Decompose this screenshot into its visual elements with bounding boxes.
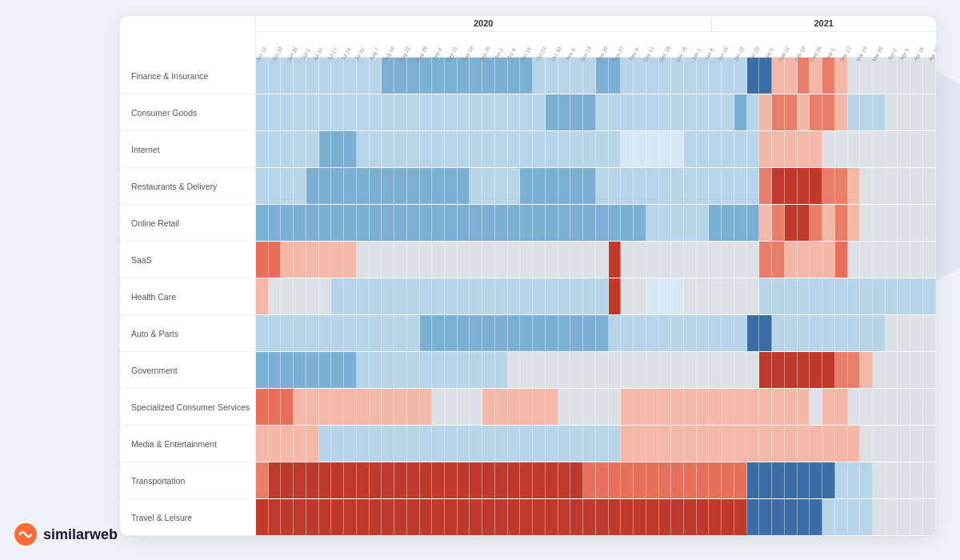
heatmap-cell[interactable] [370, 131, 382, 167]
heatmap-cell[interactable] [520, 352, 533, 388]
heatmap-cell[interactable] [810, 242, 822, 278]
heatmap-cell[interactable] [697, 352, 710, 388]
heatmap-cell[interactable] [822, 278, 835, 314]
heatmap-cell[interactable] [256, 58, 269, 94]
heatmap-cell[interactable] [306, 426, 319, 462]
heatmap-cell[interactable] [306, 94, 319, 130]
heatmap-cell[interactable] [269, 389, 282, 425]
heatmap-cell[interactable] [458, 242, 470, 278]
heatmap-cell[interactable] [609, 242, 622, 278]
heatmap-cell[interactable] [798, 168, 810, 204]
heatmap-cell[interactable] [785, 315, 798, 351]
heatmap-cell[interactable] [684, 352, 697, 388]
heatmap-cell[interactable] [609, 315, 622, 351]
heatmap-cell[interactable] [495, 58, 508, 94]
heatmap-cell[interactable] [394, 94, 407, 130]
heatmap-cell[interactable] [798, 205, 810, 241]
heatmap-cell[interactable] [709, 315, 722, 351]
heatmap-cell[interactable] [558, 242, 571, 278]
heatmap-cell[interactable] [357, 278, 370, 314]
heatmap-cell[interactable] [923, 168, 936, 204]
heatmap-cell[interactable] [759, 58, 772, 94]
heatmap-cell[interactable] [508, 426, 521, 462]
heatmap-cell[interactable] [319, 94, 332, 130]
heatmap-cell[interactable] [420, 58, 433, 94]
heatmap-cell[interactable] [533, 315, 546, 351]
heatmap-cell[interactable] [357, 168, 370, 204]
heatmap-cell[interactable] [772, 389, 785, 425]
heatmap-cell[interactable] [407, 462, 420, 498]
heatmap-cell[interactable] [923, 278, 936, 314]
heatmap-cell[interactable] [357, 205, 370, 241]
heatmap-cell[interactable] [407, 278, 420, 314]
heatmap-cell[interactable] [722, 58, 734, 94]
heatmap-cell[interactable] [306, 131, 319, 167]
heatmap-cell[interactable] [772, 131, 785, 167]
heatmap-cell[interactable] [697, 426, 710, 462]
heatmap-cell[interactable] [835, 426, 848, 462]
heatmap-cell[interactable] [420, 205, 433, 241]
heatmap-cell[interactable] [671, 242, 684, 278]
heatmap-cell[interactable] [785, 426, 798, 462]
heatmap-cell[interactable] [407, 426, 420, 462]
heatmap-cell[interactable] [458, 352, 470, 388]
heatmap-cell[interactable] [407, 205, 420, 241]
heatmap-cell[interactable] [407, 58, 420, 94]
heatmap-cell[interactable] [508, 131, 521, 167]
heatmap-cell[interactable] [609, 168, 622, 204]
heatmap-cell[interactable] [810, 499, 822, 535]
heatmap-cell[interactable] [445, 205, 458, 241]
heatmap-cell[interactable] [709, 58, 722, 94]
heatmap-cell[interactable] [458, 205, 470, 241]
heatmap-cell[interactable] [671, 278, 684, 314]
heatmap-cell[interactable] [546, 131, 558, 167]
heatmap-cell[interactable] [886, 352, 898, 388]
heatmap-cell[interactable] [646, 168, 659, 204]
heatmap-cell[interactable] [835, 131, 848, 167]
heatmap-cell[interactable] [734, 242, 747, 278]
heatmap-cell[interactable] [646, 131, 659, 167]
heatmap-cell[interactable] [621, 426, 634, 462]
heatmap-cell[interactable] [344, 94, 357, 130]
heatmap-cell[interactable] [370, 352, 382, 388]
heatmap-cell[interactable] [848, 499, 861, 535]
heatmap-cell[interactable] [432, 131, 445, 167]
heatmap-cell[interactable] [306, 242, 319, 278]
heatmap-cell[interactable] [873, 352, 886, 388]
heatmap-cell[interactable] [798, 58, 810, 94]
heatmap-cell[interactable] [898, 352, 910, 388]
heatmap-cell[interactable] [910, 389, 923, 425]
heatmap-cell[interactable] [671, 499, 684, 535]
heatmap-cell[interactable] [583, 389, 596, 425]
heatmap-cell[interactable] [798, 462, 810, 498]
heatmap-cell[interactable] [860, 352, 873, 388]
heatmap-cell[interactable] [319, 389, 332, 425]
heatmap-cell[interactable] [621, 352, 634, 388]
heatmap-cell[interactable] [697, 205, 710, 241]
heatmap-cell[interactable] [495, 242, 508, 278]
heatmap-cell[interactable] [357, 131, 370, 167]
heatmap-cell[interactable] [256, 168, 269, 204]
heatmap-cell[interactable] [759, 389, 772, 425]
heatmap-cell[interactable] [772, 278, 785, 314]
heatmap-cell[interactable] [470, 168, 482, 204]
heatmap-cell[interactable] [508, 389, 521, 425]
heatmap-cell[interactable] [671, 389, 684, 425]
heatmap-cell[interactable] [759, 94, 772, 130]
heatmap-cell[interactable] [495, 499, 508, 535]
heatmap-cell[interactable] [458, 315, 470, 351]
heatmap-cell[interactable] [382, 352, 394, 388]
heatmap-cell[interactable] [256, 352, 269, 388]
heatmap-cell[interactable] [533, 389, 546, 425]
heatmap-cell[interactable] [798, 94, 810, 130]
heatmap-cell[interactable] [772, 168, 785, 204]
heatmap-cell[interactable] [923, 205, 936, 241]
heatmap-cell[interactable] [810, 94, 822, 130]
heatmap-cell[interactable] [621, 315, 634, 351]
heatmap-cell[interactable] [281, 462, 294, 498]
heatmap-cell[interactable] [458, 94, 470, 130]
heatmap-cell[interactable] [482, 205, 495, 241]
heatmap-cell[interactable] [533, 58, 546, 94]
heatmap-cell[interactable] [470, 315, 482, 351]
heatmap-cell[interactable] [747, 352, 760, 388]
